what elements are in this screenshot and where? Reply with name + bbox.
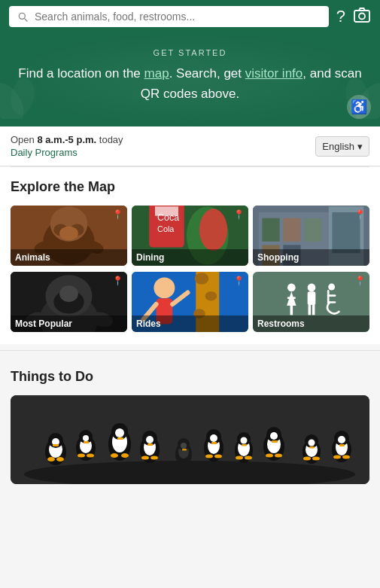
- language-selector[interactable]: English ▾: [315, 136, 369, 157]
- penguins-svg: [11, 395, 369, 484]
- svg-rect-25: [304, 218, 321, 242]
- visitor-info-link[interactable]: visitor info: [245, 66, 303, 81]
- map-card-dining[interactable]: Coca Cola Dining 📍: [132, 206, 248, 266]
- map-card-popular[interactable]: Most Popular 📍: [11, 272, 127, 332]
- accessibility-icon: ♿: [351, 99, 367, 115]
- svg-point-46: [287, 283, 296, 291]
- svg-point-109: [266, 454, 273, 458]
- svg-rect-94: [211, 442, 217, 444]
- svg-point-121: [338, 436, 345, 443]
- explore-title: Explore the Map: [11, 179, 369, 195]
- hero-decoration-left: [0, 59, 53, 119]
- language-label: English: [322, 141, 354, 152]
- svg-point-81: [146, 436, 154, 443]
- map-link[interactable]: map: [144, 66, 169, 81]
- header: ?: [0, 0, 380, 33]
- svg-point-84: [150, 456, 158, 460]
- search-icon: [17, 11, 29, 23]
- svg-rect-53: [312, 305, 315, 315]
- svg-point-74: [115, 428, 124, 437]
- map-card-restrooms[interactable]: Restrooms 📍: [253, 272, 369, 332]
- svg-rect-75: [117, 437, 123, 440]
- open-prefix: Open: [11, 134, 37, 145]
- svg-rect-51: [307, 291, 315, 305]
- open-info-block: Open 8 a.m.-5 p.m. today Daily Programs: [11, 134, 123, 158]
- svg-point-95: [205, 455, 213, 459]
- things-title: Things to Do: [11, 369, 369, 385]
- svg-point-100: [241, 437, 248, 444]
- svg-point-76: [111, 453, 118, 458]
- svg-point-77: [121, 453, 129, 458]
- svg-rect-122: [339, 444, 345, 446]
- svg-point-93: [210, 434, 217, 442]
- camera-icon[interactable]: [353, 6, 371, 27]
- explore-section: Explore the Map Animals 📍: [0, 167, 380, 344]
- map-grid-row2: Most Popular 📍: [11, 272, 369, 332]
- camera-svg: [353, 6, 371, 24]
- svg-rect-82: [147, 443, 153, 446]
- svg-point-103: [245, 456, 252, 460]
- dining-pin: 📍: [233, 209, 245, 220]
- animals-pin: 📍: [112, 209, 123, 220]
- things-card-penguins[interactable]: [11, 395, 369, 484]
- svg-rect-61: [53, 444, 59, 446]
- hero-text-mid: . Search, get: [169, 66, 245, 81]
- map-card-animals[interactable]: Animals 📍: [11, 206, 127, 266]
- svg-point-54: [328, 283, 335, 290]
- svg-point-62: [47, 457, 55, 462]
- svg-point-50: [307, 283, 315, 291]
- rides-pin: 📍: [233, 276, 245, 286]
- svg-point-11: [59, 227, 78, 241]
- svg-rect-101: [242, 444, 247, 446]
- svg-point-70: [87, 454, 94, 458]
- svg-point-110: [275, 454, 282, 458]
- popular-pin: 📍: [112, 276, 123, 286]
- svg-point-36: [59, 286, 78, 303]
- shopping-pin: 📍: [354, 209, 366, 220]
- animals-label: Animals: [11, 249, 127, 266]
- svg-point-83: [141, 456, 149, 460]
- svg-point-123: [333, 455, 341, 459]
- svg-point-1: [359, 14, 365, 20]
- svg-point-20: [199, 209, 227, 251]
- svg-text:Cola: Cola: [157, 225, 175, 234]
- svg-rect-89: [182, 449, 187, 451]
- search-bar[interactable]: [9, 6, 329, 27]
- svg-rect-68: [84, 441, 89, 443]
- open-hours: 8 a.m.-5 p.m.: [37, 134, 96, 145]
- open-suffix: today: [96, 134, 123, 145]
- svg-point-96: [214, 455, 222, 459]
- penguins-image: [11, 395, 369, 484]
- svg-point-114: [309, 440, 315, 446]
- svg-rect-49: [290, 306, 293, 315]
- rides-label: Rides: [132, 315, 248, 332]
- svg-rect-48: [287, 297, 296, 299]
- svg-rect-115: [309, 446, 315, 449]
- svg-point-107: [270, 432, 278, 440]
- daily-programs-link[interactable]: Daily Programs: [11, 147, 123, 158]
- svg-point-88: [181, 443, 187, 449]
- restrooms-label: Restrooms: [253, 315, 369, 332]
- hero-text: Find a location on the map. Search, get …: [12, 63, 368, 104]
- svg-rect-23: [262, 218, 279, 242]
- svg-point-42: [154, 278, 175, 299]
- svg-point-69: [78, 454, 85, 458]
- svg-rect-108: [272, 440, 278, 443]
- svg-rect-0: [354, 11, 369, 22]
- map-grid-row1: Animals 📍 Coca Cola Dining 📍: [11, 206, 369, 266]
- search-input[interactable]: [35, 11, 321, 23]
- language-arrow-icon: ▾: [357, 141, 363, 152]
- info-bar: Open 8 a.m.-5 p.m. today Daily Programs …: [0, 126, 380, 166]
- dining-label: Dining: [132, 249, 248, 266]
- get-started-label: GET STARTED: [12, 48, 368, 57]
- hero-banner: GET STARTED Find a location on the map. …: [0, 33, 380, 126]
- open-info: Open 8 a.m.-5 p.m. today: [11, 134, 123, 145]
- svg-rect-52: [308, 305, 311, 315]
- map-card-shopping[interactable]: Shopping 📍: [253, 206, 369, 266]
- svg-rect-24: [283, 218, 300, 242]
- restrooms-pin: 📍: [354, 276, 366, 286]
- popular-label: Most Popular: [11, 315, 127, 332]
- map-card-rides[interactable]: Rides 📍: [132, 272, 248, 332]
- help-icon[interactable]: ?: [336, 8, 345, 25]
- divider-2: [0, 350, 380, 351]
